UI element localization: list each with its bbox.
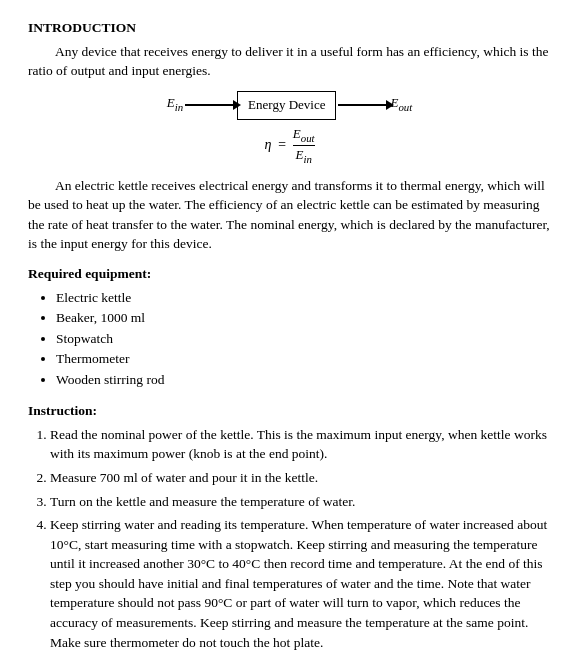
e-out-sub: out	[398, 101, 412, 113]
fraction-numerator: Eout	[293, 126, 315, 147]
arrow-in	[185, 104, 235, 106]
fraction: Eout Ein	[293, 126, 315, 166]
list-item: Electric kettle	[56, 288, 551, 308]
instruction-section: Instruction: Read the nominal power of t…	[28, 401, 551, 653]
step-3: Turn on the kettle and measure the tempe…	[50, 492, 551, 512]
instruction-list: Read the nominal power of the kettle. Th…	[28, 425, 551, 653]
e-in-label: Ein	[167, 94, 183, 115]
step-2: Measure 700 ml of water and pour it in t…	[50, 468, 551, 488]
energy-box: Energy Device	[237, 91, 336, 120]
page-content: INTRODUCTION Any device that receives en…	[28, 18, 551, 653]
list-item: Stopwatch	[56, 329, 551, 349]
equals-sign: =	[277, 135, 286, 155]
required-title: Required equipment:	[28, 264, 551, 284]
intro-para-1: Any device that receives energy to deliv…	[28, 42, 551, 81]
energy-diagram: Ein Energy Device Eout	[28, 91, 551, 120]
section-title: INTRODUCTION	[28, 18, 551, 38]
intro-para-2: An electric kettle receives electrical e…	[28, 176, 551, 254]
step-1: Read the nominal power of the kettle. Th…	[50, 425, 551, 464]
list-item: Thermometer	[56, 349, 551, 369]
arrow-out	[338, 104, 388, 106]
required-section: Required equipment: Electric kettle Beak…	[28, 264, 551, 389]
eta-symbol: η	[264, 135, 271, 155]
fraction-denominator: Ein	[296, 146, 312, 166]
e-in-sub: in	[175, 101, 183, 113]
required-list: Electric kettle Beaker, 1000 ml Stopwatc…	[28, 288, 551, 390]
formula-row: η = Eout Ein	[28, 126, 551, 166]
step-4: Keep stirring water and reading its temp…	[50, 515, 551, 652]
list-item: Beaker, 1000 ml	[56, 308, 551, 328]
formula: η = Eout Ein	[264, 126, 314, 166]
instruction-title: Instruction:	[28, 401, 551, 421]
list-item: Wooden stirring rod	[56, 370, 551, 390]
